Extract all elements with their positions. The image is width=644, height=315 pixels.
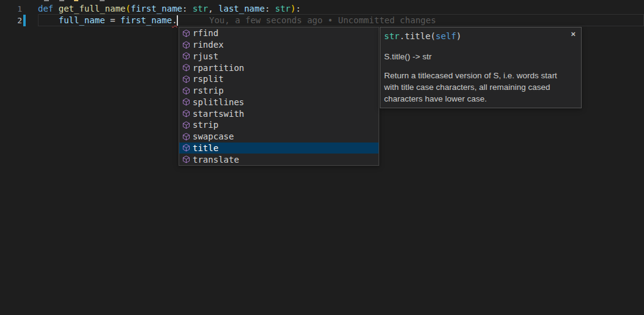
- suggest-item-label: rpartition: [193, 63, 244, 73]
- doc-description-line: characters have lower case.: [384, 93, 575, 105]
- suggest-item-swapcase[interactable]: swapcase: [179, 131, 379, 143]
- blame-annotation: You, a few seconds ago • Uncommitted cha…: [209, 15, 436, 26]
- code-token: str: [193, 4, 208, 13]
- suggest-item-label: swapcase: [193, 132, 234, 141]
- code-token: ,: [208, 4, 218, 13]
- suggest-item-label: rjust: [193, 51, 218, 61]
- code-token: first_name: [131, 4, 182, 13]
- suggest-list: rfindrindexrjustrpartitionrsplitrstripsp…: [179, 28, 379, 165]
- code-token: =: [105, 15, 120, 25]
- suggest-item-label: startswith: [193, 109, 244, 119]
- suggest-item-rfind[interactable]: rfind: [179, 28, 379, 39]
- suggest-item-rstrip[interactable]: rstrip: [179, 85, 379, 97]
- method-icon: [181, 40, 191, 50]
- code-token: def: [38, 4, 59, 13]
- code-token: first_name: [120, 15, 172, 25]
- suggest-item-rsplit[interactable]: rsplit: [179, 73, 379, 85]
- doc-widget: str.title(self) × S.title() -> str Retur…: [380, 27, 582, 108]
- suggest-item-rjust[interactable]: rjust: [179, 51, 379, 62]
- line-number-1: 1: [0, 3, 22, 15]
- suggest-item-label: strip: [193, 120, 218, 130]
- code-token: :: [182, 4, 193, 13]
- method-icon: [181, 28, 191, 38]
- doc-prototype: S.title() -> str: [380, 51, 581, 62]
- git-modified-indicator: [23, 15, 26, 26]
- code-token: last_name: [218, 4, 265, 13]
- code-token: str: [275, 4, 291, 13]
- method-icon: [181, 155, 191, 165]
- suggest-item-label: rsplit: [193, 74, 224, 84]
- code-token: :: [296, 4, 301, 13]
- suggest-widget: rfindrindexrjustrpartitionrsplitrstripsp…: [179, 27, 379, 166]
- method-icon: [181, 51, 191, 61]
- code-line-1[interactable]: def get_full_name(first_name: str, last_…: [38, 3, 301, 15]
- suggest-item-label: translate: [193, 155, 239, 165]
- suggest-item-startswith[interactable]: startswith: [179, 108, 379, 119]
- suggest-item-translate[interactable]: translate: [179, 154, 379, 165]
- doc-signature-part: ): [456, 31, 461, 41]
- code-line-2[interactable]: full_name = first_name.: [38, 15, 177, 26]
- text-cursor: [177, 15, 178, 26]
- code-token: get_full_name: [59, 4, 126, 13]
- doc-description-line: with title case characters, all remainin…: [384, 81, 575, 93]
- doc-signature-part: .title(: [399, 31, 435, 41]
- method-icon: [181, 143, 191, 153]
- suggest-item-label: splitlines: [193, 97, 244, 107]
- doc-signature: str.title(self): [380, 28, 581, 42]
- suggest-item-title[interactable]: title: [179, 143, 379, 154]
- doc-description-line: Return a titlecased version of S, i.e. w…: [384, 70, 575, 81]
- clipped-code-fragment: [59, 0, 64, 1]
- suggest-item-strip[interactable]: strip: [179, 119, 379, 131]
- code-token: (: [125, 4, 130, 13]
- method-icon: [181, 132, 191, 141]
- clipped-code-fragment: [44, 0, 49, 1]
- suggest-item-rpartition[interactable]: rpartition: [179, 62, 379, 73]
- method-icon: [181, 86, 191, 95]
- code-token: ): [291, 4, 295, 13]
- code-token: :: [265, 4, 275, 13]
- suggest-item-splitlines[interactable]: splitlines: [179, 97, 379, 108]
- clipped-code-fragment: [100, 0, 105, 1]
- doc-signature-part: self: [435, 31, 456, 41]
- close-icon[interactable]: ×: [571, 30, 576, 39]
- suggest-item-label: title: [193, 143, 218, 153]
- line-number-2: 2: [0, 15, 22, 26]
- suggest-item-label: rstrip: [193, 86, 224, 95]
- doc-description: Return a titlecased version of S, i.e. w…: [380, 70, 581, 105]
- method-icon: [181, 120, 191, 130]
- method-icon: [181, 74, 191, 84]
- suggest-item-label: rfind: [193, 28, 218, 38]
- suggest-item-rindex[interactable]: rindex: [179, 39, 379, 51]
- clipped-code-fragment: [74, 0, 78, 1]
- editor-root: { "editor": { "lines": [ { "number": "1"…: [0, 0, 644, 315]
- method-icon: [181, 97, 191, 107]
- method-icon: [181, 63, 191, 73]
- method-icon: [181, 109, 191, 119]
- suggest-item-label: rindex: [193, 40, 224, 50]
- doc-signature-part: str: [384, 31, 399, 41]
- code-token: full_name: [59, 15, 105, 25]
